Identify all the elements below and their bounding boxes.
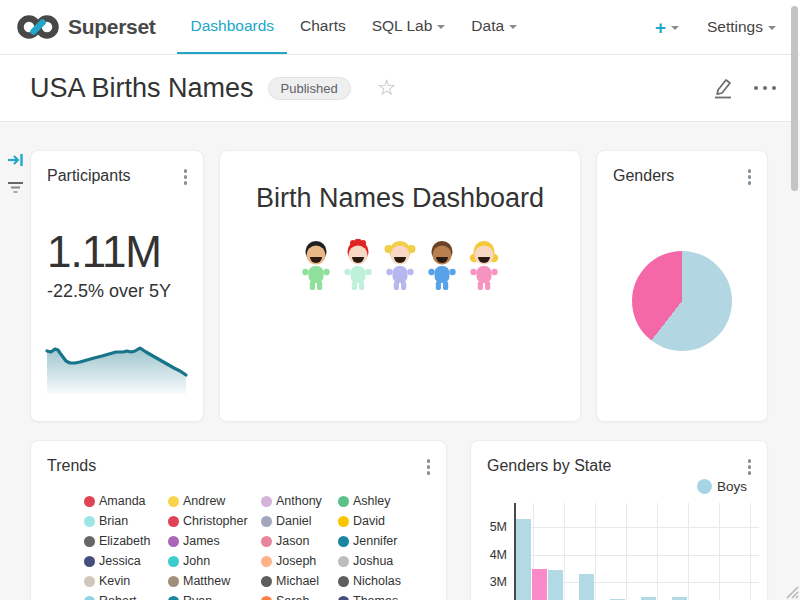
child-figure-4 (422, 239, 462, 293)
participants-sparkline-chart (45, 344, 197, 394)
markdown-card: Birth Names Dashboard (219, 150, 581, 422)
legend-item-kevin[interactable]: Kevin (84, 571, 168, 591)
page-title: USA Births Names (30, 73, 254, 104)
legend-label: Joshua (353, 554, 393, 568)
child-figure-1 (296, 239, 336, 293)
markdown-heading: Birth Names Dashboard (220, 183, 580, 214)
nav-item-data[interactable]: Data (458, 0, 530, 54)
legend-item-jennifer[interactable]: Jennifer (338, 531, 433, 551)
legend-dot-icon (338, 596, 349, 600)
y-axis-tick-label: 4M (471, 548, 507, 562)
legend-dot-icon (84, 596, 95, 600)
legend-item-nicholas[interactable]: Nicholas (338, 571, 433, 591)
legend-label: John (183, 554, 210, 568)
legend-dot-icon (338, 496, 349, 507)
legend-item-daniel[interactable]: Daniel (261, 511, 338, 531)
legend-dot-icon (338, 516, 349, 527)
legend-item-andrew[interactable]: Andrew (168, 491, 261, 511)
legend-label: Thomas (353, 594, 398, 600)
legend-item-david[interactable]: David (338, 511, 433, 531)
legend-item-elizabeth[interactable]: Elizabeth (84, 531, 168, 551)
kebab-menu-icon[interactable] (746, 167, 754, 187)
nav-item-label: SQL Lab (372, 17, 433, 35)
chart-title: Participants (47, 167, 131, 185)
legend-item-ryan[interactable]: Ryan (168, 591, 261, 600)
new-item-button[interactable]: + (655, 18, 679, 37)
filter-lines-icon[interactable] (7, 180, 24, 195)
legend-dot-icon (261, 576, 272, 587)
chevron-down-icon (509, 25, 517, 29)
legend-item-michael[interactable]: Michael (261, 571, 338, 591)
legend-item-robert[interactable]: Robert (84, 591, 168, 600)
more-actions-icon[interactable] (754, 86, 776, 90)
legend-dot-icon (261, 536, 272, 547)
legend-item-amanda[interactable]: Amanda (84, 491, 168, 511)
legend-item-ashley[interactable]: Ashley (338, 491, 433, 511)
kebab-menu-icon[interactable] (182, 167, 190, 187)
kebab-menu-icon[interactable] (425, 457, 433, 477)
brand-name: Superset (68, 15, 155, 39)
legend-item-jessica[interactable]: Jessica (84, 551, 168, 571)
legend-item-thomas[interactable]: Thomas (338, 591, 433, 600)
legend-item-joseph[interactable]: Joseph (261, 551, 338, 571)
nav-item-charts[interactable]: Charts (287, 0, 359, 54)
v-gridline (750, 503, 751, 600)
legend-dot-icon (261, 516, 272, 527)
legend-item-joshua[interactable]: Joshua (338, 551, 433, 571)
y-axis-tick-label: 3M (471, 575, 507, 589)
v-gridline (657, 503, 658, 600)
settings-menu[interactable]: Settings (707, 18, 776, 36)
bar-boys (516, 519, 531, 600)
legend-dot-icon (168, 556, 179, 567)
boys-legend[interactable]: Boys (697, 479, 747, 494)
legend-dot-icon (697, 479, 712, 494)
participants-card: Participants 1.11M -22.5% over 5Y (30, 150, 204, 422)
chevron-down-icon (437, 25, 445, 29)
genders-pie-chart (632, 251, 732, 351)
legend-item-brian[interactable]: Brian (84, 511, 168, 531)
infinity-logo-icon (16, 13, 60, 41)
edit-pencil-icon[interactable] (712, 76, 734, 100)
legend-label: Kevin (99, 574, 130, 588)
nav-item-dashboards[interactable]: Dashboards (177, 0, 287, 54)
legend-item-james[interactable]: James (168, 531, 261, 551)
legend-dot-icon (261, 496, 272, 507)
filter-rail (0, 122, 30, 600)
v-gridline (626, 503, 627, 600)
legend-item-christopher[interactable]: Christopher (168, 511, 261, 531)
legend-label: Jennifer (353, 534, 397, 548)
published-badge[interactable]: Published (268, 77, 351, 100)
v-gridline (564, 503, 565, 600)
kebab-menu-icon[interactable] (746, 457, 754, 477)
expand-filter-bar-icon[interactable] (7, 152, 24, 168)
nav-item-label: Charts (300, 17, 346, 35)
legend-label: Brian (99, 514, 128, 528)
superset-logo[interactable]: Superset (16, 0, 155, 54)
legend-dot-icon (168, 536, 179, 547)
legend-dot-icon (168, 516, 179, 527)
legend-item-matthew[interactable]: Matthew (168, 571, 261, 591)
favorite-star-icon[interactable]: ☆ (377, 77, 397, 99)
top-navbar: Superset DashboardsChartsSQL LabData + S… (0, 0, 800, 55)
h-gridline (515, 527, 759, 528)
legend-dot-icon (168, 496, 179, 507)
legend-item-sarah[interactable]: Sarah (261, 591, 338, 600)
genders-by-state-card: Genders by State Boys 5M4M3M (470, 440, 768, 600)
legend-item-jason[interactable]: Jason (261, 531, 338, 551)
h-gridline (515, 555, 759, 556)
legend-label: Anthony (276, 494, 322, 508)
genders-by-state-bar-chart: 5M4M3M (471, 501, 769, 600)
nav-item-sql-lab[interactable]: SQL Lab (359, 0, 459, 54)
legend-dot-icon (84, 516, 95, 527)
vertical-scrollbar[interactable] (791, 6, 798, 191)
child-figure-2 (338, 239, 378, 293)
legend-label: Nicholas (353, 574, 401, 588)
legend-label: David (353, 514, 385, 528)
legend-label: James (183, 534, 220, 548)
legend-item-john[interactable]: John (168, 551, 261, 571)
legend-label: Boys (717, 479, 747, 494)
nav-item-label: Dashboards (190, 17, 274, 35)
resize-handle-icon[interactable] (783, 583, 799, 599)
y-axis-tick-label: 5M (471, 520, 507, 534)
legend-item-anthony[interactable]: Anthony (261, 491, 338, 511)
